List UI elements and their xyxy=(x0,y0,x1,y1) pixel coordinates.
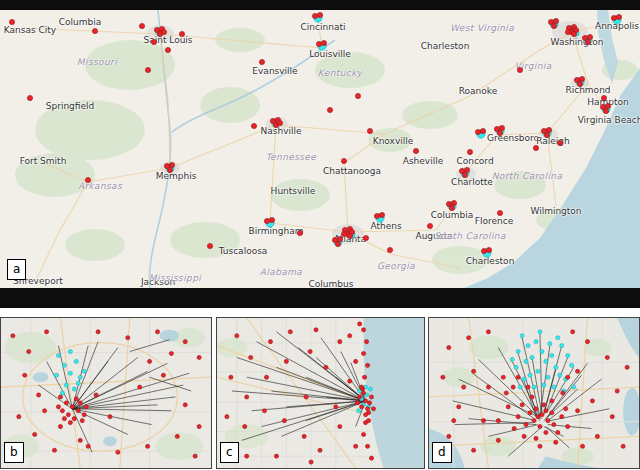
red-dot xyxy=(243,424,247,428)
cyan-dot xyxy=(526,344,530,348)
red-dot xyxy=(288,330,292,334)
cyan-dot xyxy=(60,391,64,395)
red-dot xyxy=(183,403,187,407)
cyan-dot xyxy=(530,355,534,359)
red-dot xyxy=(52,448,56,452)
cyan-dot xyxy=(542,383,546,387)
red-dot xyxy=(318,448,322,452)
red-dot xyxy=(66,413,70,417)
red-dot xyxy=(183,340,187,344)
panel-a-basemap xyxy=(0,10,640,288)
red-dot xyxy=(481,419,485,423)
red-dot xyxy=(78,438,82,442)
red-dot xyxy=(621,444,625,448)
panel-c: c xyxy=(216,317,425,469)
red-dot xyxy=(486,330,490,334)
red-dot xyxy=(447,346,451,350)
red-dot xyxy=(576,409,580,413)
cyan-dot xyxy=(368,387,372,391)
red-dot xyxy=(82,413,86,417)
red-dot xyxy=(363,399,367,403)
red-dot xyxy=(580,444,584,448)
red-dot xyxy=(62,417,66,421)
red-dot xyxy=(363,413,367,417)
red-dot xyxy=(605,355,609,359)
cyan-dot xyxy=(56,353,60,357)
cyan-dot xyxy=(538,330,542,334)
red-dot xyxy=(511,385,515,389)
red-dot xyxy=(615,389,619,393)
red-dot xyxy=(538,444,542,448)
red-dot xyxy=(501,375,505,379)
panel-b: b xyxy=(0,317,212,469)
red-dot xyxy=(68,421,72,425)
red-dot xyxy=(94,393,98,397)
red-dot xyxy=(536,415,540,419)
red-dot xyxy=(197,424,201,428)
red-dot xyxy=(348,379,352,383)
red-dot xyxy=(264,375,268,379)
panel-d-letter: d xyxy=(432,442,452,463)
red-dot xyxy=(308,349,312,353)
red-dot xyxy=(86,444,90,448)
red-dot xyxy=(585,340,589,344)
panel-d: d xyxy=(428,317,640,469)
red-dot xyxy=(550,399,554,403)
red-dot xyxy=(544,430,548,434)
red-dot xyxy=(625,365,629,369)
cyan-dot xyxy=(74,359,78,363)
red-dot xyxy=(64,401,68,405)
red-dot xyxy=(367,401,371,405)
red-dot xyxy=(544,409,548,413)
red-dot xyxy=(138,385,142,389)
cyan-dot xyxy=(54,373,58,377)
panel-b-letter: b xyxy=(4,442,24,463)
red-dot xyxy=(496,419,500,423)
red-dot xyxy=(512,426,516,430)
red-dot xyxy=(362,375,366,379)
red-dot xyxy=(538,424,542,428)
red-dot xyxy=(595,434,599,438)
red-dot xyxy=(161,373,165,377)
cyan-dot xyxy=(546,375,550,379)
red-dot xyxy=(314,328,318,332)
red-dot xyxy=(371,407,375,411)
red-dot xyxy=(471,448,475,452)
red-dot xyxy=(193,454,197,458)
red-dot xyxy=(441,375,445,379)
red-dot xyxy=(520,403,524,407)
red-dot xyxy=(74,397,78,401)
cyan-dot xyxy=(572,385,576,389)
red-dot xyxy=(506,405,510,409)
red-dot xyxy=(27,349,31,353)
cyan-dot xyxy=(62,363,66,367)
cyan-dot xyxy=(554,365,558,369)
red-dot xyxy=(44,330,48,334)
red-dot xyxy=(56,405,60,409)
red-dot xyxy=(23,373,27,377)
red-dot xyxy=(249,355,253,359)
red-dot xyxy=(17,415,21,419)
red-dot xyxy=(362,432,366,436)
red-dot xyxy=(516,415,520,419)
red-dot xyxy=(369,395,373,399)
red-dot xyxy=(360,405,364,409)
cyan-dot xyxy=(72,387,76,391)
red-dot xyxy=(70,405,74,409)
cyan-dot xyxy=(558,373,562,377)
red-dot xyxy=(496,438,500,442)
red-dot xyxy=(365,407,369,411)
panel-d-map xyxy=(429,318,639,468)
red-dot xyxy=(302,434,306,438)
red-dot xyxy=(282,419,286,423)
panel-a-map: Kansas CityColumbiaSaint LouisCincinnati… xyxy=(0,10,640,288)
cyan-dot xyxy=(534,340,538,344)
cyan-dot xyxy=(566,353,570,357)
cyan-dot xyxy=(552,385,556,389)
red-dot xyxy=(126,336,130,340)
red-dot xyxy=(175,434,179,438)
cyan-dot xyxy=(548,342,552,346)
cyan-dot xyxy=(528,373,532,377)
red-dot xyxy=(564,407,568,411)
cyan-dot xyxy=(78,375,82,379)
